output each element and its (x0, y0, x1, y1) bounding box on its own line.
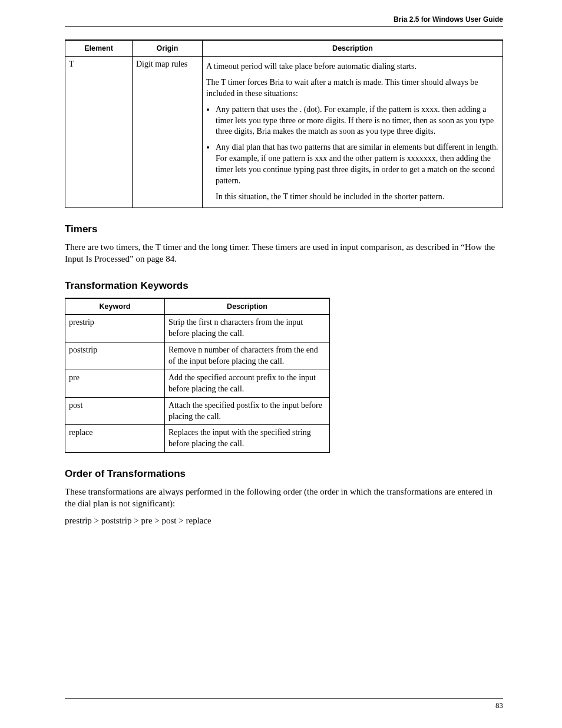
cell-desc: Add the specified account prefix to the … (165, 370, 330, 397)
th-description-2: Description (165, 298, 330, 315)
table-row: T Digit map rules A timeout period will … (65, 57, 503, 208)
desc-bullet-1: Any pattern that uses the . (dot). For e… (216, 104, 499, 138)
table-row: post Attach the specified postfix to the… (65, 397, 330, 425)
th-element: Element (65, 40, 133, 57)
th-keyword: Keyword (65, 298, 165, 315)
table-row: prestrip Strip the first n characters fr… (65, 315, 330, 342)
cell-desc: Remove n number of characters from the e… (165, 342, 330, 370)
element-table: Element Origin Description T Digit map r… (65, 39, 503, 208)
cell-desc: Replaces the input with the specified st… (165, 425, 330, 453)
timers-body: There are two timers, the T timer and th… (65, 241, 503, 265)
page-header: Bria 2.5 for Windows User Guide (65, 15, 503, 27)
desc-bullet-2: Any dial plan that has two patterns that… (216, 142, 499, 187)
header-title: Bria 2.5 for Windows User Guide (394, 15, 503, 24)
page-footer: 83 (65, 698, 503, 710)
cell-desc: Strip the first n characters from the in… (165, 315, 330, 342)
order-body: These transformations are always perform… (65, 486, 503, 510)
cell-keyword: replace (65, 425, 165, 453)
page-number: 83 (495, 701, 503, 710)
cell-description: A timeout period will take place before … (203, 57, 503, 208)
cell-origin: Digit map rules (133, 57, 203, 208)
cell-desc: Attach the specified postfix to the inpu… (165, 397, 330, 425)
heading-timers: Timers (65, 223, 503, 235)
table-row: pre Add the specified account prefix to … (65, 370, 330, 397)
th-description: Description (203, 40, 503, 57)
heading-transformation-keywords: Transformation Keywords (65, 280, 503, 292)
cell-keyword: pre (65, 370, 165, 397)
heading-order: Order of Transformations (65, 468, 503, 480)
th-origin: Origin (133, 40, 203, 57)
desc-p2: The T timer forces Bria to wait after a … (206, 77, 499, 100)
order-sequence: prestrip > poststrip > pre > post > repl… (65, 515, 503, 526)
cell-element: T (65, 57, 133, 208)
cell-keyword: poststrip (65, 342, 165, 370)
desc-note: In this situation, the T timer should be… (216, 192, 499, 203)
transformation-table: Keyword Description prestrip Strip the f… (65, 298, 330, 453)
cell-keyword: prestrip (65, 315, 165, 342)
table-row: replace Replaces the input with the spec… (65, 425, 330, 453)
desc-p1: A timeout period will take place before … (206, 61, 499, 73)
cell-keyword: post (65, 397, 165, 425)
table-row: poststrip Remove n number of characters … (65, 342, 330, 370)
